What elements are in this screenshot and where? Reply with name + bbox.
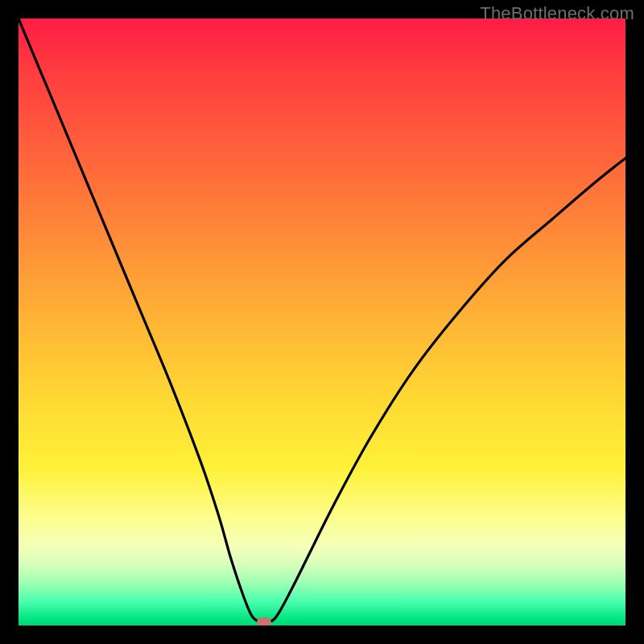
chart-frame: TheBottleneck.com bbox=[0, 0, 644, 644]
plot-area bbox=[19, 19, 625, 625]
watermark-text: TheBottleneck.com bbox=[480, 3, 634, 24]
bottleneck-curve bbox=[19, 19, 625, 625]
min-marker bbox=[257, 617, 271, 625]
